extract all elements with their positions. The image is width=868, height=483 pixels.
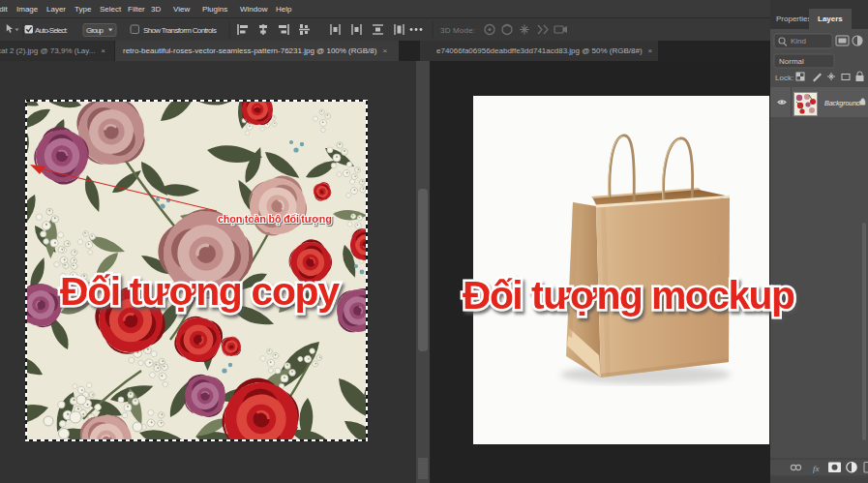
svg-text:Đối tượng copy: Đối tượng copy — [60, 269, 340, 314]
svg-text:Đối tượng mockup: Đối tượng mockup — [463, 273, 795, 317]
svg-text:chọn toàn bộ đối tượng: chọn toàn bộ đối tượng — [218, 213, 332, 226]
